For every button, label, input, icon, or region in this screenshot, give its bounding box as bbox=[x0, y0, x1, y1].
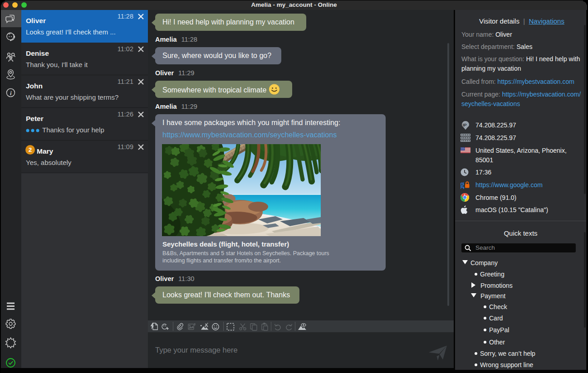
svg-text:IP: IP bbox=[463, 122, 467, 127]
svg-text:g: g bbox=[461, 179, 465, 189]
svg-text:i: i bbox=[10, 90, 12, 97]
